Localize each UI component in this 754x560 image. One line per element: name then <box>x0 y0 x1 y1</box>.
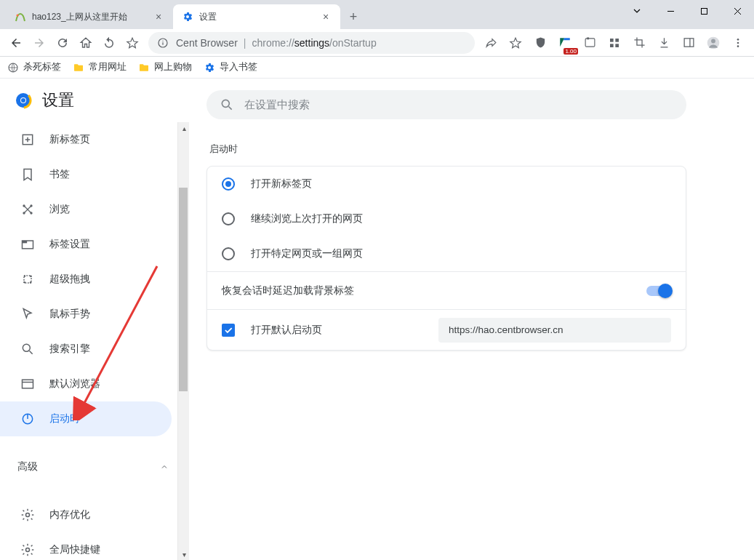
sidebar-scroll[interactable]: 新标签页 书签 浏览 标签设置 超级拖拽 鼠标手势 搜索引擎 默认浏览器 启动时… <box>0 122 189 560</box>
reading-list-icon[interactable] <box>578 31 601 55</box>
scroll-down-icon[interactable]: ▾ <box>178 548 189 560</box>
bookmark-label: 网上购物 <box>154 61 192 73</box>
close-icon[interactable]: × <box>320 11 332 23</box>
radio-label: 打开新标签页 <box>251 177 312 191</box>
nav-new-tab[interactable]: 新标签页 <box>0 122 172 157</box>
lazy-load-toggle-row: 恢复会话时延迟加载背景标签 <box>207 271 686 309</box>
radio-open-new-tab[interactable]: 打开新标签页 <box>207 167 686 201</box>
toggle-switch[interactable] <box>646 286 671 296</box>
address-path: /onStartup <box>329 37 377 49</box>
browser-tab-hao123[interactable]: hao123_上网从这里开始 × <box>6 4 173 29</box>
svg-point-42 <box>23 344 30 351</box>
bookmark-import[interactable]: 导入书签 <box>204 61 257 73</box>
close-button[interactable] <box>721 0 754 22</box>
close-icon[interactable]: × <box>153 11 164 23</box>
reload-button[interactable] <box>51 31 74 55</box>
new-tab-button[interactable]: + <box>343 7 364 27</box>
nav-label: 内存优化 <box>49 508 90 521</box>
svg-rect-11 <box>615 39 619 42</box>
tab-title: 设置 <box>199 11 320 23</box>
nav-advanced[interactable]: 高级 <box>0 449 189 484</box>
profile-icon[interactable] <box>702 31 725 55</box>
svg-point-19 <box>737 41 739 44</box>
scroll-up-icon[interactable]: ▴ <box>178 122 189 134</box>
svg-point-48 <box>26 513 30 517</box>
nav-memory-optimize[interactable]: 内存优化 <box>0 497 172 532</box>
svg-rect-2 <box>701 8 707 14</box>
undo-button[interactable] <box>97 31 121 55</box>
extension-badge-icon[interactable]: 1.00 <box>553 31 577 55</box>
nav-browse[interactable]: 浏览 <box>0 192 172 227</box>
nav-on-startup[interactable]: 启动时 <box>0 401 172 436</box>
svg-point-49 <box>26 548 30 552</box>
scrollbar-track[interactable]: ▴ ▾ <box>177 122 189 560</box>
bookmark-icon <box>20 167 35 182</box>
minimize-button[interactable] <box>654 0 687 22</box>
nav-search-engine[interactable]: 搜索引擎 <box>0 332 172 367</box>
plus-box-icon <box>20 132 35 147</box>
gear-icon <box>20 543 35 557</box>
nav-tab-settings[interactable]: 标签设置 <box>0 227 172 262</box>
info-icon[interactable] <box>157 37 169 49</box>
scrollbar-thumb[interactable] <box>179 188 188 391</box>
nav-super-drag[interactable]: 超级拖拽 <box>0 262 172 297</box>
svg-point-7 <box>162 40 163 41</box>
toggle-label: 恢复会话时延迟加载背景标签 <box>222 284 354 297</box>
crop-icon[interactable] <box>627 31 651 55</box>
bookmark-kill-tabs[interactable]: 杀死标签 <box>7 61 61 73</box>
back-button[interactable] <box>4 31 28 55</box>
svg-point-18 <box>737 39 739 41</box>
bookmark-common-urls[interactable]: 常用网址 <box>73 61 127 73</box>
settings-title: 设置 <box>42 89 74 111</box>
svg-rect-8 <box>585 39 595 47</box>
nav-default-browser[interactable]: 默认浏览器 <box>0 367 172 401</box>
bookmark-shopping[interactable]: 网上购物 <box>138 61 192 73</box>
svg-point-50 <box>222 100 229 107</box>
radio-continue-last[interactable]: 继续浏览上次打开的网页 <box>207 201 686 236</box>
nav-mouse-gestures[interactable]: 鼠标手势 <box>0 297 172 332</box>
svg-rect-14 <box>684 39 694 47</box>
chevron-up-icon <box>160 463 169 471</box>
browse-icon <box>20 202 35 217</box>
shield-icon[interactable] <box>529 31 552 55</box>
share-button[interactable] <box>479 31 502 55</box>
window-controls <box>620 0 754 22</box>
checkbox-label: 打开默认启动页 <box>251 324 322 337</box>
hao123-favicon-icon <box>15 11 26 23</box>
sidepanel-icon[interactable] <box>677 31 700 55</box>
browser-tab-settings[interactable]: 设置 × <box>173 4 340 29</box>
nav-label: 超级拖拽 <box>49 273 90 286</box>
address-bar[interactable]: Cent Browser | chrome://settings/onStart… <box>148 32 475 54</box>
folder-icon <box>73 62 84 73</box>
checkbox[interactable] <box>222 324 235 337</box>
window-icon <box>20 377 35 391</box>
svg-point-17 <box>711 39 715 43</box>
settings-header: 设置 <box>0 79 189 122</box>
radio-open-specific[interactable]: 打开特定网页或一组网页 <box>207 236 686 271</box>
star-button[interactable] <box>121 31 144 55</box>
default-startup-row: 打开默认启动页 <box>207 309 686 350</box>
download-icon[interactable] <box>652 31 675 55</box>
dropdown-icon[interactable] <box>620 0 654 22</box>
nav-global-shortcuts[interactable]: 全局快捷键 <box>0 532 172 560</box>
svg-line-51 <box>229 107 232 110</box>
radio-label: 继续浏览上次打开的网页 <box>251 212 363 225</box>
maximize-button[interactable] <box>687 0 721 22</box>
nav-label: 书签 <box>49 168 70 181</box>
settings-main: 在设置中搜索 启动时 打开新标签页 继续浏览上次打开的网页 打开特定网页或一组网… <box>189 79 754 560</box>
home-button[interactable] <box>74 31 97 55</box>
radio-icon <box>222 247 235 260</box>
tab-icon <box>20 237 35 252</box>
forward-button[interactable] <box>28 31 51 55</box>
svg-point-40 <box>24 281 26 284</box>
menu-button[interactable] <box>726 31 750 55</box>
nav-bookmarks[interactable]: 书签 <box>0 157 172 192</box>
bookmark-star-button[interactable] <box>504 31 527 55</box>
settings-search[interactable]: 在设置中搜索 <box>206 90 686 119</box>
startup-url-input[interactable] <box>438 318 671 343</box>
apps-icon[interactable] <box>603 31 626 55</box>
svg-point-25 <box>21 98 25 103</box>
badge-count: 1.00 <box>564 48 578 55</box>
svg-point-38 <box>24 276 26 278</box>
nav-label: 搜索引擎 <box>49 343 90 356</box>
